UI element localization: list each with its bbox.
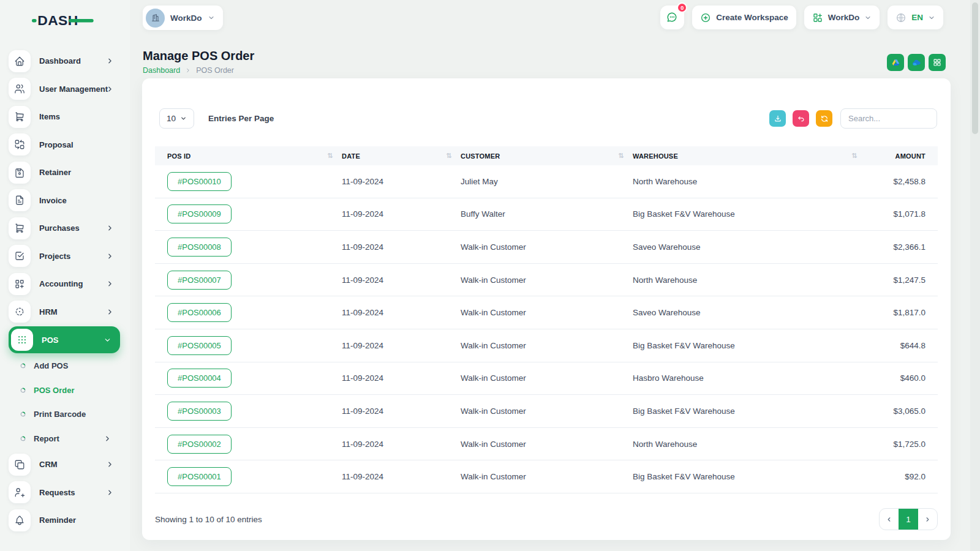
pos-id-cell: #POS00005 xyxy=(155,336,342,355)
sidebar-item-projects[interactable]: Projects xyxy=(0,242,130,271)
pos-id-badge[interactable]: #POS00010 xyxy=(167,172,232,191)
pagination: 1 xyxy=(879,508,938,530)
amount-cell: $1,817.0 xyxy=(866,308,938,317)
sidebar-item-label: Purchases xyxy=(39,223,80,233)
amount-cell: $2,458.8 xyxy=(866,177,938,186)
pos-id-badge[interactable]: #POS00003 xyxy=(167,402,232,421)
pos-id-badge[interactable]: #POS00008 xyxy=(167,238,232,257)
customer-cell: Walk-in Customer xyxy=(461,472,633,481)
sidebar-item-reminder[interactable]: Reminder xyxy=(0,506,130,534)
sidebar-item-accounting[interactable]: Accounting xyxy=(0,270,130,298)
submenu-item-add-pos[interactable]: Add POS xyxy=(0,354,130,378)
chevron-right-icon xyxy=(924,516,931,523)
page-number-active[interactable]: 1 xyxy=(899,509,918,530)
topbar-actions: 0 Create Workspace WorkDo EN xyxy=(660,6,943,29)
pos-id-cell: #POS00008 xyxy=(155,238,342,257)
search-input[interactable] xyxy=(840,108,937,129)
entries-summary: Showing 1 to 10 of 10 entries xyxy=(155,515,262,524)
page-scrollbar[interactable] xyxy=(970,0,980,551)
amount-cell: $1,247.5 xyxy=(866,276,938,285)
language-selector[interactable]: EN xyxy=(888,6,943,29)
refresh-button[interactable] xyxy=(816,110,832,127)
sidebar-item-label: CRM xyxy=(39,460,58,469)
submenu-item-print-barcode[interactable]: Print Barcode xyxy=(0,402,130,427)
next-page-button[interactable] xyxy=(918,509,937,530)
messages-button[interactable]: 0 xyxy=(660,6,684,29)
customer-cell: Walk-in Customer xyxy=(461,373,633,383)
bullet-icon xyxy=(20,363,26,369)
chevron-right-icon xyxy=(106,57,114,65)
sidebar-item-dashboard[interactable]: Dashboard xyxy=(0,47,130,75)
google-drive-button[interactable] xyxy=(887,54,904,71)
undo-icon xyxy=(797,114,805,123)
breadcrumb-dashboard-link[interactable]: Dashboard xyxy=(143,66,180,75)
sort-icon[interactable]: ⇅ xyxy=(852,152,858,160)
chevron-right-icon xyxy=(106,308,114,316)
export-button[interactable] xyxy=(769,110,786,127)
sidebar-item-user-management[interactable]: User Management xyxy=(0,75,130,103)
warehouse-cell: Big Basket F&V Warehouse xyxy=(633,407,866,416)
customer-cell: Walk-in Customer xyxy=(461,407,633,416)
sidebar-item-invoice[interactable]: Invoice xyxy=(0,187,130,215)
warehouse-cell: Big Basket F&V Warehouse xyxy=(633,341,866,350)
sidebar-item-pos[interactable]: POS xyxy=(9,326,120,353)
chevron-right-icon xyxy=(106,489,114,497)
sort-icon[interactable]: ⇅ xyxy=(447,152,452,160)
submenu-item-report[interactable]: Report xyxy=(0,427,130,451)
entries-value: 10 xyxy=(167,114,176,123)
scrollbar-thumb[interactable] xyxy=(972,2,978,134)
sidebar-item-label: Requests xyxy=(39,488,75,497)
user-plus-icon xyxy=(9,481,31,503)
cards-icon xyxy=(9,454,31,476)
globe-icon xyxy=(895,12,907,23)
sidebar-item-purchases[interactable]: Purchases xyxy=(0,214,130,242)
date-cell: 11-09-2024 xyxy=(342,341,461,350)
sidebar-item-label: POS xyxy=(42,335,58,345)
entries-control: 10 Entries Per Page xyxy=(159,108,274,129)
sidebar-item-requests[interactable]: Requests xyxy=(0,479,130,507)
onedrive-button[interactable] xyxy=(908,54,925,71)
grid-plus-icon xyxy=(812,12,823,23)
dash-logo[interactable]: DASH xyxy=(32,9,99,32)
grid-view-button[interactable] xyxy=(929,54,946,71)
sidebar-item-proposal[interactable]: Proposal xyxy=(0,131,130,159)
sort-icon[interactable]: ⇅ xyxy=(619,152,624,160)
pos-id-badge[interactable]: #POS00002 xyxy=(167,435,232,454)
pos-id-badge[interactable]: #POS00001 xyxy=(167,467,232,486)
workspace-menu-button[interactable]: WorkDo xyxy=(804,6,880,29)
sidebar-item-label: Retainer xyxy=(39,168,71,177)
pos-id-badge[interactable]: #POS00009 xyxy=(167,204,232,223)
pos-id-badge[interactable]: #POS00007 xyxy=(167,271,232,290)
entries-per-page-select[interactable]: 10 xyxy=(159,108,194,129)
table-body: #POS00010 11-09-2024 Juliet May North Wa… xyxy=(155,165,938,493)
date-cell: 11-09-2024 xyxy=(342,177,461,186)
sidebar-item-retainer[interactable]: Retainer xyxy=(0,159,130,187)
prev-page-button[interactable] xyxy=(880,509,899,530)
sidebar-item-items[interactable]: Items xyxy=(0,103,130,131)
focus-icon xyxy=(9,301,31,323)
chevron-right-icon xyxy=(185,67,191,73)
chevron-right-icon xyxy=(104,435,111,443)
sort-icon[interactable]: ⇅ xyxy=(328,152,333,160)
undo-button[interactable] xyxy=(793,110,809,127)
submenu-item-pos-order[interactable]: POS Order xyxy=(0,378,130,403)
column-header-amount: AMOUNT xyxy=(866,146,938,165)
pos-id-badge[interactable]: #POS00006 xyxy=(167,303,232,322)
pos-id-cell: #POS00006 xyxy=(155,303,342,322)
submenu-item-label: POS Order xyxy=(34,386,74,395)
sidebar-item-hrm[interactable]: HRM xyxy=(0,298,130,326)
sidebar-item-label: HRM xyxy=(39,307,58,317)
table-row: #POS00006 11-09-2024 Walk-in Customer Sa… xyxy=(155,296,938,329)
home-icon xyxy=(9,50,31,72)
sidebar-item-crm[interactable]: CRM xyxy=(0,451,130,479)
pos-id-badge[interactable]: #POS00004 xyxy=(167,369,232,388)
create-workspace-button[interactable]: Create Workspace xyxy=(692,6,796,29)
date-cell: 11-09-2024 xyxy=(342,472,461,481)
pos-id-badge[interactable]: #POS00005 xyxy=(167,336,232,355)
date-cell: 11-09-2024 xyxy=(342,242,461,252)
warehouse-cell: Big Basket F&V Warehouse xyxy=(633,209,866,219)
bullet-icon xyxy=(20,436,26,441)
workspace-selector[interactable]: WorkDo xyxy=(143,6,223,30)
users-icon xyxy=(9,78,31,100)
chat-badge: 0 xyxy=(677,2,687,13)
